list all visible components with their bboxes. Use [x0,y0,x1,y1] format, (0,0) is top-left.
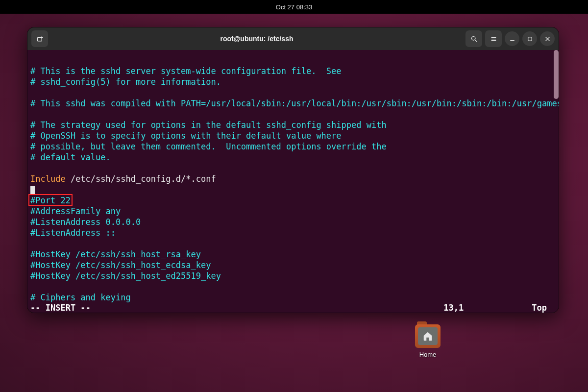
vim-cursor-position: 13,1 [443,303,483,313]
hamburger-menu-button[interactable] [485,30,502,47]
editor-content[interactable]: # This is the sshd server system-wide co… [30,55,556,303]
clock-text: Oct 27 08:33 [276,3,312,11]
terminal-body[interactable]: # This is the sshd server system-wide co… [27,50,559,313]
svg-rect-2 [528,37,532,41]
house-icon [422,331,433,342]
minimize-button[interactable] [505,31,519,46]
terminal-window: root@ubuntu: /etc/ssh # This is the sshd… [27,27,559,313]
vim-status-line: -- INSERT -- 13,1 Top [30,303,556,313]
new-tab-button[interactable] [31,30,48,47]
desktop-icon-label: Home [414,351,441,358]
close-button[interactable] [540,31,555,46]
window-title: root@ubuntu: /etc/ssh [51,35,463,43]
vim-scroll-location: Top [532,303,556,313]
minimize-icon [509,35,516,43]
svg-rect-0 [37,37,42,41]
close-icon [544,35,551,43]
hamburger-icon [490,35,497,43]
maximize-button[interactable] [522,31,537,46]
maximize-icon [526,35,534,43]
folder-icon [415,324,441,348]
search-button[interactable] [466,30,482,47]
window-titlebar: root@ubuntu: /etc/ssh [27,27,559,50]
search-icon [470,35,478,43]
gnome-topbar: Oct 27 08:33 [0,0,588,14]
desktop-home-icon[interactable]: Home [414,324,441,358]
svg-point-1 [471,36,475,40]
vim-mode: -- INSERT -- [30,303,91,313]
new-tab-icon [36,35,44,43]
scrollbar-thumb[interactable] [554,50,559,99]
